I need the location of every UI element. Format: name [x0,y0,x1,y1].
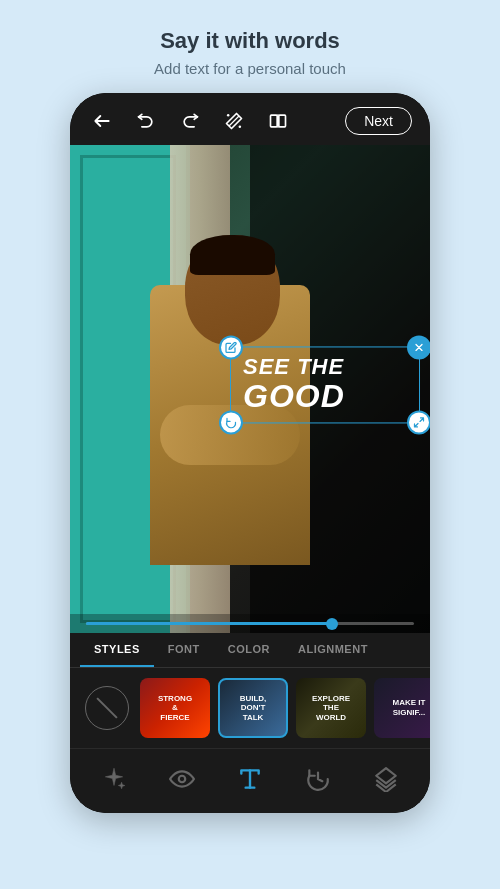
phone-container: Next [70,93,430,813]
nav-magic-button[interactable] [96,761,132,797]
edit-handle[interactable] [219,335,243,359]
tab-alignment[interactable]: ALIGNMENT [284,633,382,667]
style-item-explore-world[interactable]: EXPLORETHEWORLD [296,678,366,738]
phone-inner: Next [70,93,430,813]
style-item-none[interactable] [82,683,132,733]
header-section: Say it with words Add text for a persona… [134,0,366,93]
text-line-1: SEE THE [243,355,407,379]
text-selection-box[interactable]: SEE THE GOOD [230,346,420,423]
photo-background: SEE THE GOOD [70,145,430,633]
style-item-strong-fierce[interactable]: STRONG&FIERCE [140,678,210,738]
tab-styles[interactable]: STYLES [80,633,154,667]
nav-text-button[interactable] [232,761,268,797]
magic-wand-button[interactable] [220,107,248,135]
svg-point-0 [227,114,230,117]
no-style-line [96,697,117,718]
undo-button[interactable] [132,107,160,135]
style-item-label-4: MAKE ITSIGNIF... [389,694,430,721]
no-style-indicator [85,686,129,730]
style-item-label-2: BUILD,DON'TTALK [236,690,271,727]
redo-button[interactable] [176,107,204,135]
svg-point-1 [239,126,242,128]
head [185,235,280,345]
style-tabs: STYLES FONT COLOR ALIGNMENT [70,633,430,668]
compare-button[interactable] [264,107,292,135]
bottom-nav [70,748,430,813]
svg-rect-2 [271,115,278,127]
tab-color[interactable]: COLOR [214,633,284,667]
style-item-build-dont-talk[interactable]: BUILD,DON'TTALK [218,678,288,738]
style-item-make-it-signif[interactable]: MAKE ITSIGNIF... [374,678,430,738]
style-item-label-1: STRONG&FIERCE [154,690,196,727]
text-line-2: GOOD [243,380,407,415]
nav-eye-button[interactable] [164,761,200,797]
header-subtitle: Add text for a personal touch [154,60,346,77]
scale-handle[interactable] [407,411,430,435]
svg-rect-3 [279,115,286,127]
nav-layers-button[interactable] [368,761,404,797]
text-overlay-container[interactable]: SEE THE GOOD [230,346,420,423]
close-handle[interactable] [407,335,430,359]
tab-font[interactable]: FONT [154,633,214,667]
nav-history-button[interactable] [300,761,336,797]
slider-bar[interactable] [70,614,430,633]
toolbar-left [88,107,292,135]
hair [190,235,275,275]
next-button[interactable]: Next [345,107,412,135]
style-item-label-3: EXPLORETHEWORLD [308,690,354,727]
svg-point-5 [179,776,186,783]
style-items-row: STRONG&FIERCE BUILD,DON'TTALK EXPLORETHE… [70,668,430,748]
bottom-panel: STYLES FONT COLOR ALIGNMENT STRONG&FIERC… [70,633,430,813]
slider-track [86,622,414,625]
header-title: Say it with words [154,28,346,54]
image-area: SEE THE GOOD [70,145,430,633]
slider-fill [86,622,332,625]
top-toolbar: Next [70,93,430,145]
back-button[interactable] [88,107,116,135]
slider-thumb[interactable] [326,618,338,630]
toolbar-right: Next [345,107,412,135]
